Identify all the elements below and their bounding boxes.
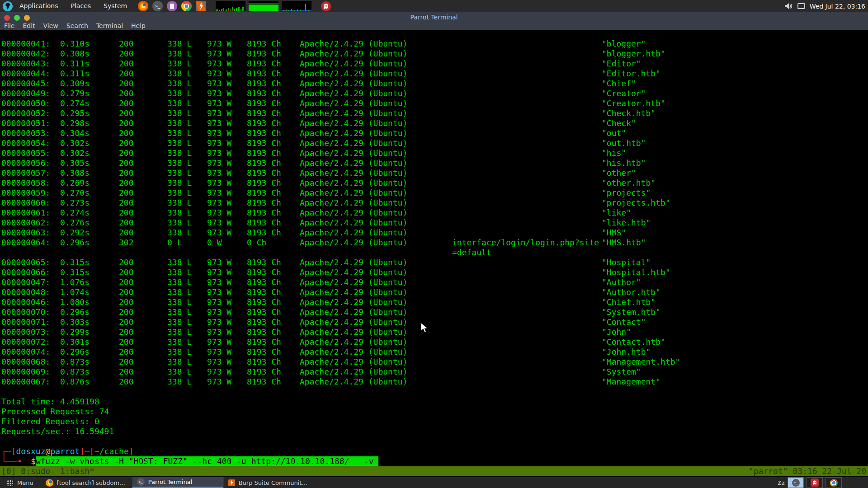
sleep-inhibit-icon[interactable]: Zz [778,479,785,486]
cell-w: 973 W [207,79,231,88]
cell-w: 973 W [207,228,231,237]
memory-graph-swap-line [249,3,278,4]
menu-help[interactable]: Help [127,22,150,30]
cell-l: 338 L [167,347,192,357]
cell-code: 200 [119,277,134,287]
cell-time: 0.304s [60,128,90,138]
task-burp-suite[interactable]: Burp Suite Community ... [223,477,315,488]
cell-id: 000000058: [1,178,50,188]
cell-code: 302 [119,238,134,247]
task-firefox-window[interactable]: [tool search] subdomai... [41,477,132,488]
prompt-line-1: ┌─[dosxuz@parrot]─[~/cache] [0,446,868,456]
cell-id: 000000045: [1,79,50,88]
tray-terminal-icon[interactable]: >_ [788,477,804,488]
cell-id: 000000060: [1,198,50,207]
cell-server: Apache/2.4.29 (Ubuntu) [300,238,407,247]
cell-code: 200 [119,138,134,148]
chrome-icon[interactable] [181,1,192,11]
cell-time: 0.269s [60,178,90,188]
cell-l: 338 L [167,357,192,366]
network-graph[interactable] [282,1,311,11]
cell-payload: "HMS" [602,228,626,237]
cell-id: 000000053: [1,128,50,138]
prompt-segment: @ [46,446,51,456]
menu-view[interactable]: View [39,22,62,30]
ghost-applet-icon[interactable] [321,1,331,12]
terminal-output[interactable]: ┌─[dosxuz@parrot]─[~/cache] └──╼ $wfuzz … [0,30,868,477]
cpu-graph[interactable] [216,1,245,11]
cell-ch: 8193 Ch [247,208,281,217]
parrot-logo-icon[interactable] [2,1,13,12]
maximize-button[interactable] [14,15,20,21]
cell-w: 973 W [207,357,231,366]
cell-time: 1.074s [60,287,90,297]
tray-chrome-icon[interactable] [826,477,842,488]
minimize-button[interactable] [24,15,30,21]
cell-server: Apache/2.4.29 (Ubuntu) [300,128,407,138]
result-row: 000000054:0.302s200338 L973 W8193 ChApac… [0,138,868,148]
burp-icon[interactable] [196,1,206,11]
cell-code: 200 [119,317,134,327]
cell-id: 000000051: [1,118,50,128]
files-icon[interactable] [167,1,177,11]
cell-l: 338 L [167,267,192,277]
tmux-session-info: "parrot" 03:16 22-Jul-20 [749,466,866,476]
result-row: 000000043:0.311s200338 L973 W8193 ChApac… [0,59,868,69]
tray-ghost-icon[interactable] [807,477,823,488]
taskbar-menu-button[interactable]: Menu [0,477,41,488]
firefox-icon[interactable] [138,1,148,11]
cell-l: 338 L [167,168,192,178]
cell-l: 338 L [167,39,192,48]
menu-edit[interactable]: Edit [19,22,39,30]
cell-l: 338 L [167,138,192,148]
cell-code: 200 [119,218,134,227]
cell-payload: "other" [602,168,636,178]
cell-id: 000000064: [1,238,50,247]
menu-search[interactable]: Search [62,22,92,30]
close-button[interactable] [4,15,10,21]
panel-clock[interactable]: Wed Jul 22, 03:16 [810,3,865,10]
cell-id: 000000063: [1,228,50,237]
cell-time: 0.274s [60,208,90,217]
menu-places[interactable]: Places [65,0,98,12]
cell-ch: 8193 Ch [247,168,281,178]
menu-applications[interactable]: Applications [13,0,65,12]
cell-w: 973 W [207,277,231,287]
menu-terminal[interactable]: Terminal [92,22,127,30]
menu-system[interactable]: System [97,0,133,12]
cell-id: 000000052: [1,108,50,118]
cell-code: 200 [119,59,134,68]
terminal-text-line: Total time: 4.459198 [0,397,868,407]
prompt-segment: ~/cache [94,446,129,456]
memory-graph[interactable] [249,1,278,11]
cell-ch: 8193 Ch [247,367,281,376]
cell-w: 973 W [207,69,231,78]
result-row: 000000052:0.295s200338 L973 W8193 ChApac… [0,108,868,118]
cell-id: 000000056: [1,158,50,168]
result-row: 000000051:0.298s200338 L973 W8193 ChApac… [0,118,868,128]
cell-code: 200 [119,128,134,138]
menu-file[interactable]: File [0,22,19,30]
cell-w: 973 W [207,377,231,386]
result-row: 000000064:0.296s3020 L0 W0 ChApache/2.4.… [0,238,868,248]
task-parrot-terminal[interactable]: >_ Parrot Terminal [132,477,223,488]
terminal-icon[interactable]: >_ [152,1,163,11]
result-row: 000000046:1.080s200338 L973 W8193 ChApac… [0,297,868,307]
cell-server: Apache/2.4.29 (Ubuntu) [300,108,407,118]
cell-payload: "Author" [602,277,641,287]
cell-code: 200 [119,307,134,317]
cell-payload: "Hospital" [602,258,651,267]
cell-payload: "Contact" [602,317,646,327]
cell-w: 973 W [207,118,231,128]
cell-id: 000000067: [1,377,50,386]
volume-icon[interactable] [784,2,793,10]
cell-time: 0.308s [60,168,90,178]
cell-payload: "out" [602,128,626,138]
cell-time: 0.873s [60,357,90,366]
cell-w: 973 W [207,39,231,48]
cell-code: 200 [119,337,134,347]
display-icon[interactable] [797,3,805,9]
terminal-text: Filtered Requests: 0 [1,417,99,426]
result-row: 000000074:0.296s200338 L973 W8193 ChApac… [0,347,868,357]
window-titlebar: Parrot Terminal [0,12,868,22]
